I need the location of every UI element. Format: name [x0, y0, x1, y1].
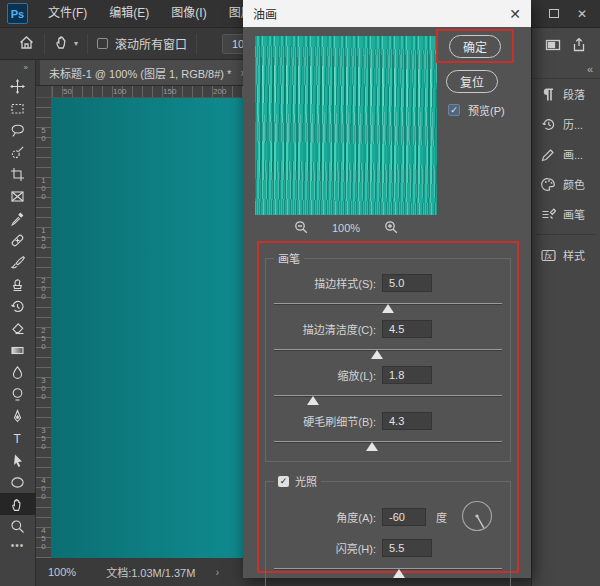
share-icon[interactable] — [571, 37, 587, 55]
eraser-icon — [10, 321, 25, 336]
ps-logo[interactable]: Ps — [7, 3, 28, 24]
status-zoom-level[interactable]: 100% — [48, 566, 76, 578]
restore-window-icon[interactable] — [540, 7, 568, 21]
toolbar-more-icon[interactable]: ••• — [11, 540, 25, 551]
angle-unit: 度 — [436, 509, 447, 525]
slider-thumb[interactable] — [366, 442, 378, 451]
dialog-title-bar[interactable]: 油画 ✕ — [243, 0, 531, 27]
zoom-in-icon[interactable] — [384, 220, 398, 236]
menu-file[interactable]: 文件(F) — [37, 0, 98, 27]
paragraph-icon — [541, 87, 556, 102]
tool-eraser[interactable] — [0, 317, 36, 339]
tool-path-selection[interactable] — [0, 449, 36, 471]
slider-thumb[interactable] — [307, 396, 319, 405]
bristle-detail-slider[interactable] — [274, 438, 502, 451]
tool-eyedropper[interactable] — [0, 207, 36, 229]
dialog-title: 油画 — [253, 5, 277, 22]
panel-tab-paragraph[interactable]: 段落 — [532, 79, 600, 109]
lasso-icon — [10, 123, 25, 138]
tool-lasso[interactable] — [0, 119, 36, 141]
tool-move[interactable] — [0, 75, 36, 97]
tool-spot-healing[interactable] — [0, 229, 36, 251]
filter-preview-image[interactable] — [255, 36, 437, 215]
reset-button[interactable]: 复位 — [446, 70, 498, 93]
panel-tab-brushes[interactable]: 画笔 — [532, 199, 600, 229]
hand-icon — [10, 497, 25, 512]
angle-input[interactable]: -60 — [382, 508, 426, 526]
window-controls: ✕ — [540, 0, 596, 28]
ok-button[interactable]: 确定 — [449, 35, 501, 58]
svg-text:fx: fx — [545, 249, 553, 260]
tool-crop[interactable] — [0, 163, 36, 185]
tool-hand[interactable] — [0, 493, 36, 515]
document-tab[interactable]: 未标题-1 @ 100% (图层 1, RGB/8#) * × — [40, 60, 256, 85]
history-icon — [541, 117, 556, 132]
status-doc-info: 文档:1.03M/1.37M — [106, 564, 195, 580]
cleanliness-label: 描边清洁度(C): — [272, 321, 376, 337]
divider — [44, 34, 45, 54]
tool-pen[interactable] — [0, 405, 36, 427]
scroll-all-windows-label: 滚动所有窗口 — [115, 35, 187, 52]
artboard-panel-icon[interactable] — [545, 37, 561, 55]
tool-zoom[interactable] — [0, 515, 36, 537]
marquee-icon — [10, 101, 25, 116]
tool-ellipse-shape[interactable] — [0, 471, 36, 493]
dodge-icon — [10, 387, 25, 402]
tool-brush[interactable] — [0, 251, 36, 273]
stylization-slider[interactable] — [274, 300, 502, 313]
chevron-down-icon[interactable]: ▾ — [74, 39, 78, 48]
slider-thumb[interactable] — [371, 350, 383, 359]
lighting-checkbox[interactable]: ✓ — [278, 476, 289, 487]
tool-marquee[interactable] — [0, 97, 36, 119]
shine-slider[interactable] — [274, 565, 502, 578]
svg-text:T: T — [14, 432, 22, 446]
panel-tab-color[interactable]: 颜色 — [532, 169, 600, 199]
preview-zoom-controls: 100% — [255, 219, 437, 237]
zoom-icon — [10, 519, 25, 534]
dialog-close-icon[interactable]: ✕ — [509, 6, 521, 22]
preview-zoom-level[interactable]: 100% — [332, 222, 360, 234]
scale-input[interactable]: 1.8 — [382, 366, 432, 384]
document-title: 未标题-1 @ 100% (图层 1, RGB/8#) * — [49, 65, 231, 81]
zoom-out-icon[interactable] — [294, 220, 308, 236]
status-arrow-icon[interactable]: › — [215, 566, 219, 578]
panel-tab-brush-settings[interactable]: 画... — [532, 139, 600, 169]
tool-gradient[interactable] — [0, 339, 36, 361]
tool-smudge[interactable] — [0, 361, 36, 383]
slider-thumb[interactable] — [393, 569, 405, 578]
bristle-detail-label: 硬毛刷细节(B): — [272, 413, 376, 429]
divider — [196, 34, 197, 54]
shine-input[interactable]: 5.5 — [382, 539, 432, 557]
menu-edit[interactable]: 编辑(E) — [98, 0, 160, 27]
tool-history-brush[interactable] — [0, 295, 36, 317]
cleanliness-input[interactable]: 4.5 — [382, 320, 432, 338]
spot-healing-icon — [10, 233, 25, 248]
toolbar-expand-icon[interactable]: » — [24, 60, 35, 75]
type-icon: T — [10, 431, 25, 446]
collapse-panels-icon[interactable]: « — [532, 62, 600, 79]
stylization-input[interactable]: 5.0 — [382, 274, 432, 292]
panel-tab-styles[interactable]: fx 样式 — [532, 240, 600, 270]
slider-thumb[interactable] — [382, 304, 394, 313]
cleanliness-slider[interactable] — [274, 346, 502, 359]
brush-group-title: 画笔 — [274, 250, 304, 266]
close-window-icon[interactable]: ✕ — [568, 7, 596, 21]
ruler-h: 50100150200 — [52, 86, 243, 98]
preview-checkbox[interactable]: ✓ — [448, 104, 460, 116]
hand-tool-option-icon[interactable] — [54, 34, 71, 53]
angle-dial[interactable] — [460, 499, 494, 535]
tool-clone-stamp[interactable] — [0, 273, 36, 295]
canvas[interactable] — [52, 98, 243, 558]
bristle-detail-input[interactable]: 4.3 — [382, 412, 432, 430]
scale-slider[interactable] — [274, 392, 502, 405]
right-panel: « 段落 历... 画... 颜色 画笔 fx 样式 — [531, 28, 600, 586]
home-icon[interactable] — [18, 34, 35, 53]
ellipse-icon — [10, 475, 25, 490]
tool-frame[interactable] — [0, 185, 36, 207]
tool-quick-selection[interactable] — [0, 141, 36, 163]
menu-image[interactable]: 图像(I) — [160, 0, 217, 27]
panel-tab-history[interactable]: 历... — [532, 109, 600, 139]
tool-dodge[interactable] — [0, 383, 36, 405]
tool-type[interactable]: T — [0, 427, 36, 449]
scroll-all-windows-checkbox[interactable] — [97, 38, 108, 49]
